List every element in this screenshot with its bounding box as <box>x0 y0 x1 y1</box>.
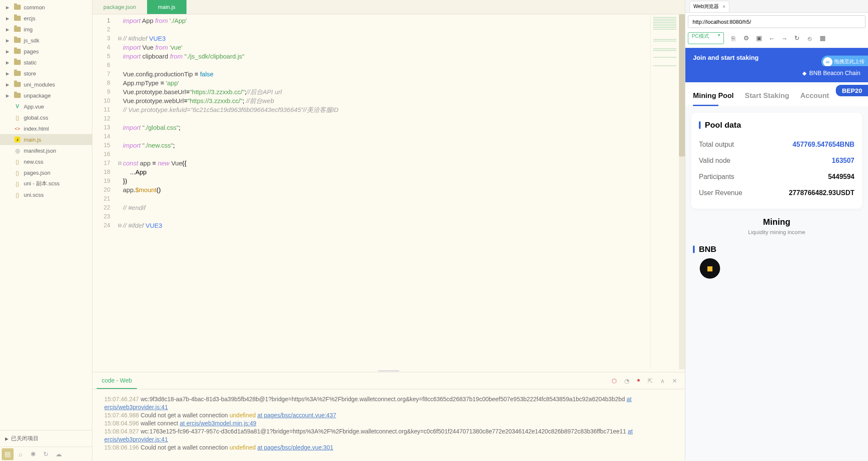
collapse-up-icon[interactable]: ∧ <box>660 377 665 384</box>
upload-pill[interactable]: ∞ 拖拽至此上传 <box>821 56 868 66</box>
chain-row: ◆ BNB Beacon Chain <box>685 66 868 82</box>
file-index.html[interactable]: <> index.html <box>0 123 92 134</box>
fold-icon[interactable]: ⊟ <box>116 221 123 230</box>
scrollbar[interactable] <box>679 14 685 369</box>
reload-icon[interactable]: ↻ <box>792 33 803 44</box>
folder-label: js_sdk <box>24 37 39 44</box>
code-area[interactable]: import App from './App' // #ifndef VUE3i… <box>123 14 650 369</box>
fold-icon[interactable] <box>116 96 123 105</box>
file-uni.scss[interactable]: {} uni.scss <box>0 189 92 200</box>
fold-icon[interactable] <box>116 141 123 150</box>
preview-page[interactable]: Join and start staking ∞ 拖拽至此上传 ◆ BNB Be… <box>685 48 868 461</box>
fold-icon[interactable] <box>116 168 123 176</box>
close-icon[interactable]: ✕ <box>672 377 677 384</box>
folder-ercjs[interactable]: ▶ ercjs <box>0 13 92 24</box>
grid-icon[interactable]: ▦ <box>817 33 828 44</box>
pool-data-card: Pool data Total output 457769.547654BNB … <box>691 113 862 209</box>
log-link[interactable]: at ercjs/web3model.min.js:49 <box>180 420 256 427</box>
fold-icon[interactable] <box>116 132 123 141</box>
closed-projects-label: 已关闭项目 <box>11 435 39 442</box>
devtools-icon[interactable]: ▣ <box>754 33 765 44</box>
fold-icon[interactable] <box>116 185 123 194</box>
folder-icon <box>14 49 21 54</box>
tab-account[interactable]: Account <box>800 86 833 106</box>
fold-icon[interactable]: ⊟ <box>116 34 123 43</box>
file-label: uni - 副本.scss <box>24 180 60 187</box>
fold-icon[interactable] <box>116 105 123 114</box>
file-label: App.vue <box>24 103 44 110</box>
fold-icon[interactable] <box>116 123 123 132</box>
file-pages.json[interactable]: {} pages.json <box>0 167 92 178</box>
diamond-icon: ◆ <box>802 70 807 76</box>
folder-img[interactable]: ▶ img <box>0 24 92 35</box>
folder-label: ercjs <box>24 15 35 22</box>
folder-common[interactable]: ▶ common <box>0 2 92 13</box>
log-link[interactable]: at ercjs/web3provider.js:41 <box>104 396 632 411</box>
fold-icon[interactable]: ⊟ <box>116 159 123 168</box>
file-label: index.html <box>24 126 49 132</box>
file-manifest.json[interactable]: ◎ manifest.json <box>0 145 92 156</box>
log-link[interactable]: at pages/bsc/account.vue:437 <box>257 412 336 419</box>
fold-icon[interactable] <box>116 16 123 25</box>
cloud-icon[interactable]: ☁ <box>53 448 64 460</box>
file-main.js[interactable]: J main.js <box>0 134 92 145</box>
file-uni - 副本.scss[interactable]: {} uni - 副本.scss <box>0 178 92 189</box>
fold-icon[interactable] <box>116 70 123 78</box>
refresh-icon[interactable]: ↻ <box>40 448 52 460</box>
file-App.vue[interactable]: V App.vue <box>0 101 92 112</box>
page-tabs: Mining Pool Start Staking Account BEP20 <box>685 82 868 106</box>
search-icon[interactable]: ⌕ <box>14 448 26 460</box>
back-icon[interactable]: ← <box>766 33 777 44</box>
fold-icon[interactable] <box>116 150 123 159</box>
fold-icon[interactable] <box>116 176 123 185</box>
open-icon[interactable]: ⎘ <box>728 33 739 44</box>
log-link[interactable]: at pages/bsc/pledge.vue:301 <box>257 444 333 451</box>
mode-select[interactable]: PC模式 <box>688 32 724 44</box>
stat-value: 5449594 <box>828 173 854 181</box>
tab-mining-pool[interactable]: Mining Pool <box>693 86 738 106</box>
fold-icon[interactable] <box>116 114 123 123</box>
stop-icon[interactable]: ■ <box>637 377 640 384</box>
log-link[interactable]: at ercjs/web3provider.js:41 <box>104 428 633 443</box>
tab-start-staking[interactable]: Start Staking <box>745 86 793 106</box>
editor-tab[interactable]: main.js <box>147 0 186 14</box>
file-icon: <> <box>14 125 21 132</box>
folder-js_sdk[interactable]: ▶ js_sdk <box>0 35 92 46</box>
lock-icon[interactable]: ⎋ <box>804 33 815 44</box>
fold-icon[interactable] <box>116 25 123 34</box>
folder-label: static <box>24 59 36 66</box>
console-body[interactable]: 15:07:46.247 wc:9f3d8c18-aa7b-4bac-81d3-… <box>92 389 685 461</box>
fold-icon[interactable] <box>116 61 123 70</box>
fold-icon[interactable] <box>116 52 123 61</box>
browser-tab[interactable]: Web浏览器 × <box>690 1 729 12</box>
export-icon[interactable]: ⇱ <box>648 377 653 384</box>
file-global.css[interactable]: {} global.css <box>0 112 92 123</box>
fold-icon[interactable] <box>116 43 123 52</box>
folder-static[interactable]: ▶ static <box>0 57 92 68</box>
editor-tab[interactable]: package.json <box>92 0 147 14</box>
explorer-primary-icon[interactable]: ▤ <box>2 448 14 460</box>
error-icon[interactable]: ⬡ <box>612 377 617 384</box>
close-icon[interactable]: × <box>722 3 726 10</box>
fold-icon[interactable] <box>116 212 123 221</box>
file-label: pages.json <box>24 170 50 176</box>
folder-unpackage[interactable]: ▶ unpackage <box>0 90 92 101</box>
fold-icon[interactable] <box>116 194 123 203</box>
fold-icon[interactable] <box>116 87 123 96</box>
folder-pages[interactable]: ▶ pages <box>0 46 92 57</box>
forward-icon[interactable]: → <box>779 33 790 44</box>
timer-icon[interactable]: ◔ <box>624 377 629 384</box>
folder-uni_modules[interactable]: ▶ uni_modules <box>0 79 92 90</box>
mining-title: Mining <box>685 217 868 227</box>
fold-icon[interactable] <box>116 78 123 87</box>
minimap[interactable] <box>650 14 679 369</box>
folder-label: uni_modules <box>24 81 55 88</box>
gear-icon[interactable]: ⚙ <box>741 33 752 44</box>
folder-store[interactable]: ▶ store <box>0 68 92 79</box>
closed-projects[interactable]: ▶ 已关闭项目 <box>0 430 92 447</box>
url-input[interactable] <box>688 15 865 28</box>
file-new.css[interactable]: {} new.css <box>0 156 92 167</box>
bug-icon[interactable]: ✱ <box>27 448 39 460</box>
console-tab[interactable]: code - Web <box>97 372 137 389</box>
fold-icon[interactable] <box>116 203 123 212</box>
